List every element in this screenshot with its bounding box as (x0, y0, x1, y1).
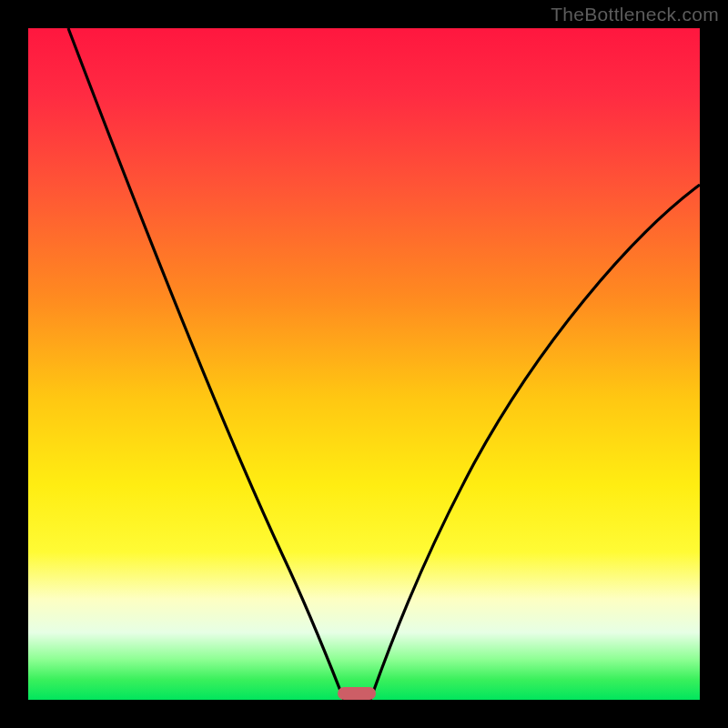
watermark-text: TheBottleneck.com (551, 4, 719, 25)
left-curve (68, 28, 344, 700)
plot-area (28, 28, 700, 700)
bottleneck-marker (338, 687, 376, 700)
curve-layer (28, 28, 700, 700)
right-curve (370, 185, 700, 700)
